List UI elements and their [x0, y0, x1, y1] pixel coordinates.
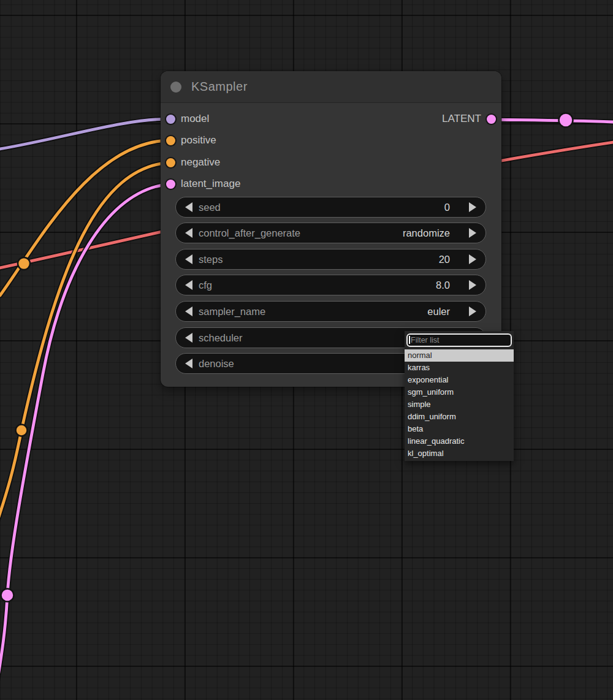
- widget-value: 20: [439, 254, 450, 265]
- dropdown-option-karras[interactable]: karras: [405, 362, 514, 374]
- dropdown-option-normal[interactable]: normal: [405, 349, 514, 362]
- widget-label: control_after_generate: [199, 227, 403, 239]
- input-port-model[interactable]: model: [166, 113, 209, 125]
- widget-seed[interactable]: seed 0: [175, 197, 486, 218]
- widget-value: euler: [427, 306, 450, 318]
- node-status-dot-icon: [170, 82, 181, 93]
- decrement-arrow-icon[interactable]: [185, 202, 192, 212]
- decrement-arrow-icon[interactable]: [185, 254, 192, 264]
- widget-steps[interactable]: steps 20: [175, 249, 486, 270]
- port-label: model: [181, 113, 209, 125]
- port-dot[interactable]: [166, 180, 175, 189]
- dropdown-option-beta[interactable]: beta: [405, 423, 514, 435]
- input-port-latent-image[interactable]: latent_image: [166, 178, 240, 190]
- port-label: positive: [181, 134, 216, 146]
- node-title: KSampler: [191, 80, 248, 94]
- decrement-arrow-icon[interactable]: [185, 306, 192, 316]
- port-dot[interactable]: [166, 136, 175, 145]
- decrement-arrow-icon[interactable]: [185, 359, 192, 368]
- decrement-arrow-icon[interactable]: [185, 280, 192, 290]
- port-dot[interactable]: [166, 115, 175, 124]
- link-dot[interactable]: [559, 113, 573, 127]
- dropdown-option-sgm-uniform[interactable]: sgm_uniform: [405, 386, 514, 398]
- widget-cfg[interactable]: cfg 8.0: [175, 275, 486, 295]
- widget-control-after-generate[interactable]: control_after_generate randomize: [175, 223, 486, 243]
- dropdown-option-simple[interactable]: simple: [405, 398, 514, 411]
- output-port-latent[interactable]: LATENT: [442, 113, 496, 125]
- increment-arrow-icon[interactable]: [469, 306, 476, 316]
- input-port-negative[interactable]: negative: [166, 156, 220, 169]
- port-label: latent_image: [181, 178, 240, 190]
- widget-value: randomize: [403, 227, 450, 239]
- widget-label: cfg: [199, 280, 436, 291]
- dropdown-option-exponential[interactable]: exponential: [405, 374, 514, 386]
- scheduler-dropdown: normal karras exponential sgm_uniform si…: [405, 331, 514, 461]
- dropdown-option-ddim-uniform[interactable]: ddim_uniform: [405, 411, 514, 423]
- node-title-bar[interactable]: KSampler: [161, 71, 501, 103]
- increment-arrow-icon[interactable]: [469, 202, 476, 212]
- widget-sampler-name[interactable]: sampler_name euler: [175, 301, 486, 322]
- increment-arrow-icon[interactable]: [469, 254, 476, 264]
- link-dot[interactable]: [18, 257, 30, 270]
- dropdown-option-linear-quadratic[interactable]: linear_quadratic: [405, 435, 514, 447]
- widget-label: steps: [199, 254, 439, 265]
- increment-arrow-icon[interactable]: [469, 228, 476, 238]
- text-caret: [409, 336, 410, 344]
- link-dot[interactable]: [1, 589, 14, 602]
- increment-arrow-icon[interactable]: [469, 280, 476, 290]
- dropdown-option-list: normal karras exponential sgm_uniform si…: [405, 349, 514, 460]
- port-label: LATENT: [442, 113, 481, 125]
- widget-value: 0: [444, 202, 450, 213]
- positive-link-wire: [0, 140, 170, 295]
- port-label: negative: [181, 156, 220, 169]
- port-dot[interactable]: [166, 158, 175, 167]
- widget-value: 8.0: [436, 280, 450, 291]
- port-dot[interactable]: [487, 115, 496, 124]
- filter-input[interactable]: [406, 333, 512, 347]
- link-dot[interactable]: [16, 425, 28, 436]
- decrement-arrow-icon[interactable]: [185, 228, 192, 238]
- widget-label: sampler_name: [199, 306, 427, 318]
- decrement-arrow-icon[interactable]: [185, 333, 192, 343]
- graph-canvas[interactable]: KSampler model positive negative latent_…: [0, 0, 613, 700]
- dropdown-option-kl-optimal[interactable]: kl_optimal: [405, 447, 514, 460]
- widget-label: seed: [199, 202, 444, 213]
- input-port-positive[interactable]: positive: [166, 134, 216, 146]
